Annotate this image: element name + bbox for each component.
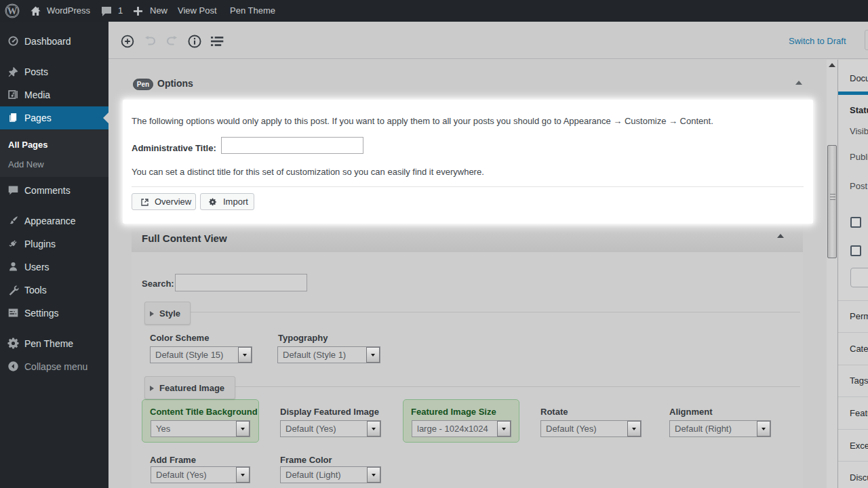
svg-text:W: W xyxy=(7,5,18,16)
